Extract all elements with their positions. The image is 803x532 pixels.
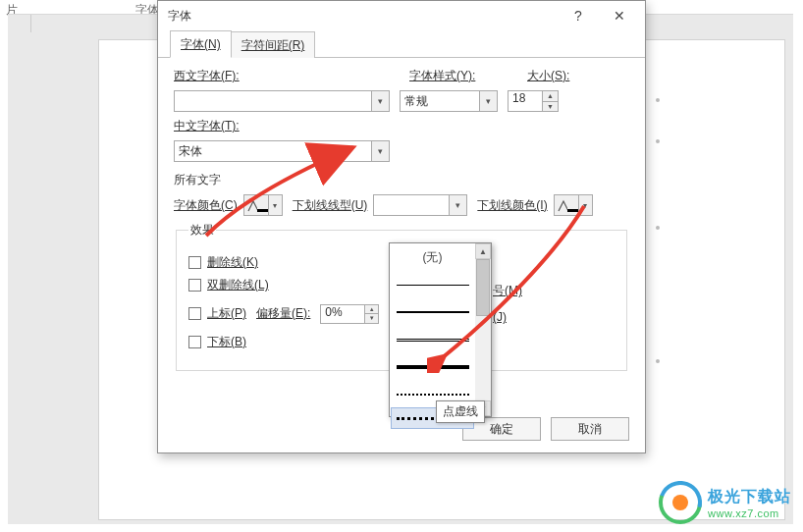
combo-underline-style[interactable]: ▾ <box>373 194 467 216</box>
spin-down-icon[interactable]: ▼ <box>543 102 558 112</box>
scroll-up-icon[interactable]: ▲ <box>475 243 491 259</box>
combo-latin-font[interactable]: ▾ <box>174 90 390 112</box>
tab-font[interactable]: 字体(N) <box>170 30 232 58</box>
help-button[interactable]: ? <box>559 2 598 29</box>
font-color-swatch-icon <box>244 195 268 215</box>
handle-dot <box>656 139 660 143</box>
underline-option-heavy[interactable] <box>390 353 475 381</box>
scroll-track[interactable] <box>475 259 491 400</box>
checkbox-superscript[interactable]: 上标(P) <box>188 305 246 322</box>
checkbox-icon <box>188 336 201 348</box>
spin-size-value: 18 <box>509 91 542 111</box>
label-effects: 效果 <box>188 222 216 239</box>
underline-option-double[interactable] <box>390 326 475 353</box>
underline-color-swatch-icon <box>555 195 578 215</box>
spin-offset-value: 0% <box>321 305 364 323</box>
spin-up-icon[interactable]: ▲ <box>365 305 378 315</box>
label-all-text: 所有文字 <box>174 172 629 188</box>
chevron-down-icon[interactable]: ▾ <box>371 141 389 161</box>
checkbox-icon <box>188 256 201 269</box>
watermark-text-en: www.xz7.com <box>708 507 791 519</box>
hidden-label-allcaps: (J) <box>493 310 507 324</box>
underline-option-none[interactable]: (无) <box>390 243 475 271</box>
dialog-titlebar: 字体 ? ✕ <box>158 1 645 30</box>
label-offset: 偏移量(E): <box>256 305 310 322</box>
combo-asian-font-value: 宋体 <box>175 143 371 160</box>
combo-asian-font[interactable]: 宋体 ▾ <box>174 140 390 162</box>
handle-dot <box>656 226 660 230</box>
label-size: 大小(S): <box>527 68 569 84</box>
chevron-down-icon[interactable]: ▾ <box>371 91 389 111</box>
chevron-down-icon[interactable]: ▾ <box>449 195 466 215</box>
spin-offset[interactable]: 0% ▲ ▼ <box>320 304 379 324</box>
label-latin-font: 西文字体(F): <box>174 68 400 84</box>
underline-tooltip: 点虚线 <box>436 400 485 423</box>
watermark-logo-icon <box>659 481 702 524</box>
watermark: 极光下载站 www.xz7.com <box>659 481 791 524</box>
chevron-down-icon[interactable]: ▾ <box>268 195 282 215</box>
underline-option-thick[interactable] <box>390 298 475 326</box>
label-underline-color: 下划线颜色(I) <box>477 197 547 214</box>
handle-dot <box>656 98 660 102</box>
scroll-thumb[interactable] <box>476 259 490 316</box>
label-font-style: 字体样式(Y): <box>409 68 517 84</box>
dialog-buttons: 确定 取消 <box>462 417 629 441</box>
label-font-color: 字体颜色(C) <box>174 197 238 214</box>
combo-font-style[interactable]: 常规 ▾ <box>400 90 498 112</box>
underline-style-dropdown: (无) ▲ ▼ <box>389 242 492 417</box>
checkbox-icon <box>188 279 201 292</box>
font-color-button[interactable]: ▾ <box>243 194 283 216</box>
chevron-down-icon[interactable]: ▾ <box>479 91 497 111</box>
spin-down-icon[interactable]: ▼ <box>365 314 378 323</box>
tab-spacing[interactable]: 字符间距(R) <box>231 31 316 58</box>
watermark-text-cn: 极光下载站 <box>708 487 791 507</box>
combo-font-style-value: 常规 <box>401 93 479 110</box>
underline-color-button[interactable]: ▾ <box>554 194 593 216</box>
dialog-title: 字体 <box>168 8 559 25</box>
dropdown-scrollbar[interactable]: ▲ ▼ <box>475 243 491 416</box>
slide-thumbnail-edge <box>8 15 31 32</box>
spin-size[interactable]: 18 ▲ ▼ <box>508 90 559 112</box>
cancel-button[interactable]: 取消 <box>551 417 629 441</box>
spin-up-icon[interactable]: ▲ <box>543 91 558 102</box>
dialog-tabs: 字体(N) 字符间距(R) <box>158 30 645 58</box>
close-button[interactable]: ✕ <box>600 2 639 29</box>
underline-option-thin[interactable] <box>390 271 475 298</box>
checkbox-icon <box>188 307 201 320</box>
label-underline-style: 下划线线型(U) <box>293 197 368 214</box>
chevron-down-icon[interactable]: ▾ <box>578 195 592 215</box>
handle-dot <box>656 359 660 363</box>
hidden-label-smallcaps: 号(M) <box>493 283 522 299</box>
label-asian-font: 中文字体(T): <box>174 118 240 134</box>
